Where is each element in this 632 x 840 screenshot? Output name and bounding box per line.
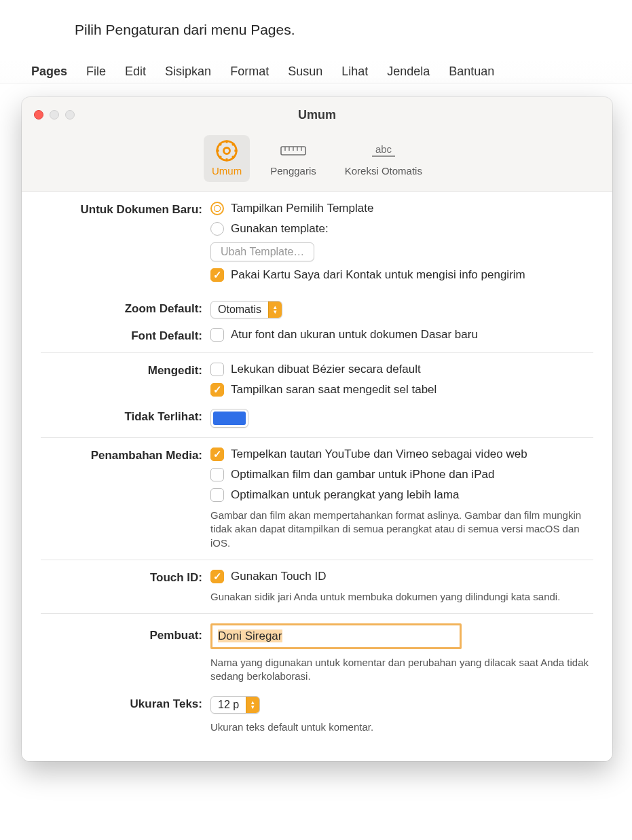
- checkbox-label: Atur font dan ukuran untuk dokumen Dasar…: [231, 328, 478, 342]
- tab-label: Umum: [212, 165, 242, 177]
- popup-value: Otomatis: [211, 302, 268, 318]
- checkbox-label: Tempelkan tautan YouTube dan Vimeo sebag…: [231, 448, 527, 461]
- textsize-popup[interactable]: 12 p: [210, 696, 260, 714]
- section-media: Penambahan Media: Tempelkan tautan YouTu…: [41, 437, 593, 560]
- checkbox-label: Gunakan Touch ID: [231, 570, 327, 583]
- svg-text:abc: abc: [375, 143, 392, 155]
- radio-use-template[interactable]: [210, 222, 224, 236]
- label-new-document: Untuk Dokumen Baru:: [41, 202, 210, 282]
- popup-value: 12 p: [211, 697, 246, 713]
- window-title: Umum: [22, 108, 612, 122]
- checkbox-label: Tampilkan saran saat mengedit sel tabel: [231, 383, 436, 397]
- ruler-icon: [280, 139, 307, 162]
- label-zoom: Zoom Default:: [41, 301, 210, 318]
- checkbox-optimize-older[interactable]: [210, 488, 224, 502]
- tab-umum[interactable]: Umum: [204, 135, 250, 182]
- preferences-toolbar: Umum Penggaris abc Koreksi Otomatis: [22, 132, 612, 191]
- checkbox-label: Pakai Kartu Saya dari Kontak untuk mengi…: [231, 268, 525, 282]
- textsize-description: Ukuran teks default untuk komentar.: [210, 720, 593, 734]
- invisibles-color-well[interactable]: [210, 409, 248, 428]
- label-author: Pembuat:: [41, 623, 210, 684]
- section-font: Font Default: Atur font dan ukuran untuk…: [41, 328, 593, 352]
- checkbox-optimize-ios[interactable]: [210, 468, 224, 481]
- label-touchid: Touch ID:: [41, 570, 210, 604]
- zoom-popup[interactable]: Otomatis: [210, 301, 282, 318]
- section-touchid: Touch ID: Gunakan Touch ID Gunakan sidik…: [41, 560, 593, 613]
- menu-edit[interactable]: Edit: [125, 65, 146, 79]
- media-description: Gambar dan film akan mempertahankan form…: [210, 509, 593, 550]
- traffic-lights: [34, 110, 75, 120]
- checkbox-paste-web-video[interactable]: [210, 448, 224, 461]
- section-editing: Mengedit: Lekukan dibuat Bézier secara d…: [41, 352, 593, 406]
- chevron-updown-icon: [246, 697, 259, 713]
- color-swatch: [213, 412, 246, 425]
- abc-icon: abc: [368, 139, 399, 162]
- checkbox-bezier[interactable]: [210, 363, 224, 376]
- touchid-description: Gunakan sidik jari Anda untuk membuka do…: [210, 590, 593, 604]
- callout-text: Pilih Pengaturan dari menu Pages.: [75, 20, 295, 39]
- checkbox-label: Lekukan dibuat Bézier secara default: [231, 363, 421, 376]
- checkbox-use-my-card[interactable]: [210, 268, 224, 282]
- close-button[interactable]: [34, 110, 43, 120]
- zoom-button[interactable]: [65, 110, 75, 120]
- section-new-document: Untuk Dokumen Baru: Tampilkan Pemilih Te…: [41, 192, 593, 291]
- menubar: Pages File Edit Sisipkan Format Susun Li…: [0, 60, 632, 84]
- radio-label: Tampilkan Pemilih Template: [231, 202, 373, 215]
- tab-label: Koreksi Otomatis: [345, 165, 422, 177]
- preferences-content: Untuk Dokumen Baru: Tampilkan Pemilih Te…: [22, 191, 612, 761]
- label-invisibles: Tidak Terlihat:: [41, 409, 210, 428]
- svg-point-1: [224, 147, 230, 153]
- change-template-button[interactable]: Ubah Template…: [210, 242, 314, 261]
- label-textsize: Ukuran Teks:: [41, 696, 210, 734]
- section-textsize: Ukuran Teks: 12 p Ukuran teks default un…: [41, 693, 593, 744]
- menu-format[interactable]: Format: [230, 65, 269, 79]
- tab-label: Penggaris: [270, 165, 316, 177]
- checkbox-label: Optimalkan untuk perangkat yang lebih la…: [231, 488, 459, 502]
- author-value: Doni Siregar: [218, 629, 282, 642]
- menu-jendela[interactable]: Jendela: [387, 65, 430, 79]
- checkbox-label: Optimalkan film dan gambar untuk iPhone …: [231, 468, 494, 481]
- checkbox-table-suggestions[interactable]: [210, 383, 224, 397]
- label-media: Penambahan Media:: [41, 448, 210, 550]
- menu-file[interactable]: File: [86, 65, 106, 79]
- section-author: Pembuat: Doni Siregar Nama yang digunaka…: [41, 613, 593, 693]
- label-font: Font Default:: [41, 328, 210, 343]
- preferences-window: Umum Umum Penggaris abc Koreksi Otomatis…: [22, 97, 612, 761]
- radio-label: Gunakan template:: [231, 222, 329, 236]
- minimize-button[interactable]: [50, 110, 59, 120]
- menu-sisipkan[interactable]: Sisipkan: [165, 65, 211, 79]
- label-editing: Mengedit:: [41, 363, 210, 397]
- titlebar: Umum: [22, 97, 612, 132]
- tab-koreksi-otomatis[interactable]: abc Koreksi Otomatis: [337, 135, 430, 182]
- checkbox-touchid[interactable]: [210, 570, 224, 583]
- radio-show-template-chooser[interactable]: [210, 202, 224, 215]
- menu-bantuan[interactable]: Bantuan: [449, 65, 494, 79]
- author-description: Nama yang digunakan untuk komentar dan p…: [210, 656, 593, 684]
- menu-pages[interactable]: Pages: [31, 65, 67, 79]
- section-zoom: Zoom Default: Otomatis: [41, 291, 593, 328]
- chevron-updown-icon: [268, 302, 282, 318]
- tab-penggaris[interactable]: Penggaris: [262, 135, 324, 182]
- menu-susun[interactable]: Susun: [288, 65, 322, 79]
- checkbox-default-font[interactable]: [210, 328, 224, 342]
- gear-icon: [215, 139, 238, 162]
- author-text-field[interactable]: Doni Siregar: [210, 623, 462, 649]
- section-invisibles: Tidak Terlihat:: [41, 406, 593, 437]
- menu-lihat[interactable]: Lihat: [341, 65, 368, 79]
